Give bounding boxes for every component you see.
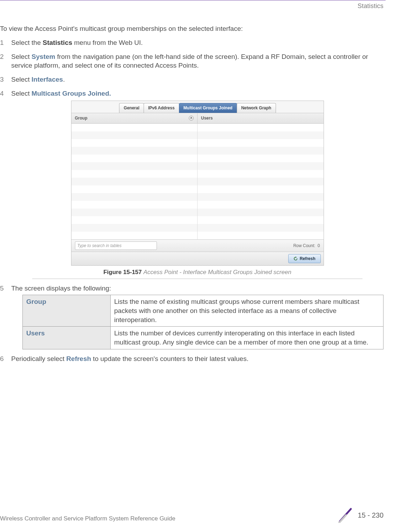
intro-text: To view the Access Point's multicast gro… (0, 24, 383, 33)
tab-multicast-groups-joined[interactable]: Multicast Groups Joined (179, 103, 237, 113)
tab-ipv6-address[interactable]: IPv6 Address (144, 103, 179, 113)
slash-icon (338, 507, 353, 523)
ui-term-statistics: Statistics (43, 39, 72, 46)
step-1: Select the Statistics menu from the Web … (0, 38, 383, 47)
table-row: Group Lists the name of existing multica… (23, 295, 383, 327)
ui-term-refresh: Refresh (66, 355, 91, 362)
page-number: 15 - 230 (358, 511, 383, 520)
table-search-input[interactable]: Type to search in tables (75, 241, 157, 250)
column-header-group[interactable]: Group (71, 113, 198, 123)
ui-term-interfaces: Interfaces (32, 76, 63, 83)
definition-table: Group Lists the name of existing multica… (22, 295, 383, 349)
figure-caption: Figure 15-157 Access Point - Interface M… (11, 268, 383, 277)
def-key-users: Users (23, 327, 111, 349)
def-key-group: Group (23, 295, 111, 327)
refresh-icon (293, 257, 298, 261)
tab-general[interactable]: General (119, 103, 144, 113)
tab-network-graph[interactable]: Network Graph (237, 103, 276, 113)
row-count: Row Count: 0 (293, 243, 320, 248)
table-row: Users Lists the number of devices curren… (23, 327, 383, 349)
step-5: The screen displays the following: Group… (0, 284, 383, 349)
ui-term-multicast-groups-joined: Multicast Groups Joined. (32, 90, 111, 97)
grid-col-group (71, 124, 198, 239)
sort-icon[interactable] (189, 116, 194, 121)
step-6: Periodically select Refresh to update th… (0, 354, 383, 363)
footer-guide-title: Wireless Controller and Service Platform… (0, 515, 175, 523)
step-3: Select Interfaces. (0, 75, 383, 84)
ui-term-system: System (32, 53, 55, 60)
def-val-users: Lists the number of devices currently in… (111, 327, 383, 349)
data-grid (71, 124, 324, 239)
def-val-group: Lists the name of existing multicast gro… (111, 295, 383, 327)
step-4: Select Multicast Groups Joined. General … (0, 89, 383, 279)
column-header-users[interactable]: Users (198, 113, 324, 123)
tab-bar: General IPv6 Address Multicast Groups Jo… (71, 101, 324, 113)
grid-col-users (198, 124, 324, 239)
screenshot-panel: General IPv6 Address Multicast Groups Jo… (71, 101, 324, 266)
refresh-button[interactable]: Refresh (288, 254, 321, 263)
step-2: Select System from the navigation pane (… (0, 52, 383, 70)
header-section: Statistics (0, 0, 394, 10)
